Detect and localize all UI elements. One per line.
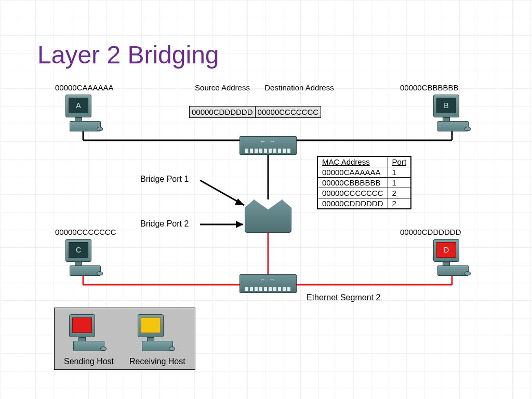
table-row: 00000CCCCCCC2 [317,188,411,198]
legend-sending: Sending Host [64,314,114,366]
host-b-letter: B [436,98,456,113]
host-d-icon: D [431,239,475,277]
legend-receiving: Receiving Host [129,314,185,366]
host-d-mac: 00000CDDDDDD [400,228,461,236]
host-a-letter: A [69,98,88,113]
table-row: 00000CBBBBBB1 [317,178,411,188]
svg-marker-11 [236,221,243,228]
frame-header: 00000CDDDDDD 00000CCCCCCC [189,106,321,118]
legend-receiving-icon [136,314,179,353]
table-row: 00000CDDDDDD2 [317,198,411,209]
host-c-mac: 00000CCCCCCC [55,228,116,236]
diagram-canvas: Layer 2 Bridging 00000CAAAAAA A 00000CBB… [0,0,532,399]
frame-source-caption: Source Address [191,83,254,92]
switch-top-icon: ↔ ↔ [240,136,297,155]
host-b-icon: B [431,95,475,133]
host-d-letter: D [436,242,456,258]
frame-source-value: 00000CDDDDDD [190,107,256,117]
mac-table-header-port: Port [388,156,411,167]
bridge-icon [245,200,291,233]
host-c-icon: C [63,239,107,277]
host-c-letter: C [69,242,88,258]
host-a-mac: 00000CAAAAAA [55,83,114,92]
mac-address-table: MAC Address Port 00000CAAAAAA1 00000CBBB… [317,156,411,209]
frame-dest-value: 00000CCCCCCC [256,107,321,117]
segment-2-label: Ethernet Segment 2 [307,293,380,302]
legend-sending-label: Sending Host [64,357,114,366]
bridge-port-1-label: Bridge Port 1 [140,175,189,184]
table-row: 00000CAAAAAA1 [317,167,411,178]
legend-sending-icon [67,314,111,353]
legend-box: Sending Host Receiving Host [54,308,195,370]
bridge-port-2-label: Bridge Port 2 [140,219,189,229]
host-b-mac: 00000CBBBBBB [400,83,459,92]
page-title: Layer 2 Bridging [37,41,219,69]
svg-marker-9 [235,198,244,205]
svg-line-8 [200,180,244,205]
legend-receiving-label: Receiving Host [129,357,185,366]
mac-table-header-mac: MAC Address [317,156,388,167]
host-a-icon: A [63,95,107,133]
switch-bottom-icon: ↔ ↔ [240,274,297,293]
frame-dest-caption: Destination Address [263,83,336,92]
